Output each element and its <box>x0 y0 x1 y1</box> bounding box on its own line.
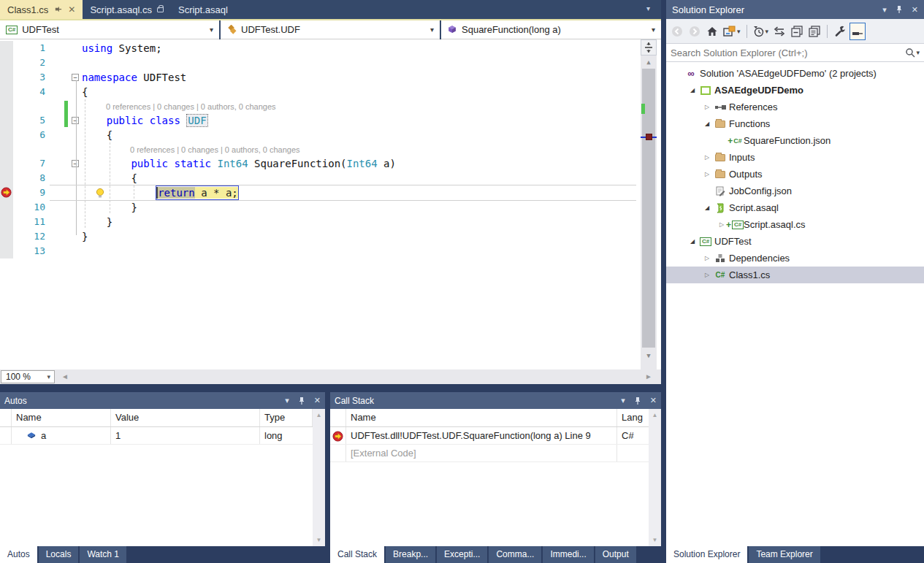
breakpoint-margin[interactable] <box>0 229 13 244</box>
breakpoint-margin[interactable] <box>0 41 13 55</box>
member-dropdown[interactable]: SquareFunction(long a) ▾ <box>441 20 661 39</box>
breakpoint-margin[interactable] <box>0 99 13 113</box>
tree-item-script-asaql[interactable]: ◢Script.asaql <box>666 199 924 216</box>
close-icon[interactable]: ✕ <box>314 396 321 405</box>
tree-item-dependencies[interactable]: ▷Dependencies <box>666 250 924 267</box>
pin-icon[interactable] <box>634 397 641 405</box>
tool-tab-watch-1[interactable]: Watch 1 <box>80 546 126 563</box>
breakpoint-margin[interactable] <box>0 244 13 258</box>
expanded-arrow-icon[interactable]: ◢ <box>687 87 698 93</box>
window-position-icon[interactable]: ▾ <box>882 5 887 15</box>
scroll-down-icon[interactable]: ▼ <box>313 537 325 543</box>
outline-margin[interactable] <box>50 229 82 244</box>
outline-margin[interactable] <box>50 55 82 70</box>
codelens-indicator[interactable]: 0 references | 0 changes | 0 authors, 0 … <box>82 145 300 154</box>
home-button[interactable] <box>704 23 720 40</box>
callstack-frame[interactable]: UDFTest.dll!UDFTest.UDF.SquareFunction(l… <box>330 427 661 445</box>
tool-tab-team-explorer[interactable]: Team Explorer <box>749 546 820 563</box>
outline-margin[interactable]: − <box>50 113 82 128</box>
tree-item-references[interactable]: ▷References <box>666 99 924 115</box>
tool-tab-locals[interactable]: Locals <box>39 546 79 563</box>
expanded-arrow-icon[interactable]: ◢ <box>687 238 698 245</box>
autos-row[interactable]: a1long <box>0 427 325 445</box>
collapsed-arrow-icon[interactable]: ▷ <box>701 255 713 261</box>
tree-item-solution-asaedgeudfdemo-2-projects-[interactable]: ∞Solution 'ASAEdgeUDFDemo' (2 projects) <box>666 65 924 82</box>
collapse-region-toggle[interactable]: − <box>72 160 79 167</box>
outline-margin[interactable] <box>50 200 82 215</box>
preview-selected-items-toggle[interactable] <box>849 23 866 40</box>
close-icon[interactable]: ✕ <box>650 396 657 405</box>
expanded-arrow-icon[interactable]: ◢ <box>701 204 713 211</box>
column-header-value[interactable]: Value <box>111 409 260 426</box>
column-header-name[interactable]: Name <box>346 409 617 426</box>
pending-changes-filter-button[interactable]: ▾ <box>752 23 771 40</box>
outline-margin[interactable]: − <box>50 156 82 171</box>
collapse-all-button[interactable] <box>789 23 805 40</box>
tree-item-functions[interactable]: ◢Functions <box>666 115 924 132</box>
outline-margin[interactable] <box>50 142 82 156</box>
sync-with-active-document-button[interactable] <box>771 23 787 40</box>
tool-tab-autos[interactable]: Autos <box>0 546 37 563</box>
breakpoint-margin[interactable] <box>0 156 13 171</box>
breakpoint-margin[interactable] <box>0 185 13 200</box>
collapse-region-toggle[interactable]: − <box>72 117 79 124</box>
tool-tab-output[interactable]: Output <box>595 546 636 563</box>
breakpoint-margin[interactable] <box>0 55 13 70</box>
search-input[interactable] <box>671 47 905 58</box>
doc-tab-class1-cs[interactable]: Class1.cs✕ <box>0 0 83 19</box>
outline-margin[interactable]: − <box>50 70 82 85</box>
code-editor[interactable]: 1using System;23−namespace UDFTest4{0 re… <box>0 39 661 369</box>
tool-tab-solution-explorer[interactable]: Solution Explorer <box>666 546 747 563</box>
callstack-frame[interactable]: [External Code] <box>330 445 661 462</box>
tree-item-class1-cs[interactable]: ▷C#Class1.cs <box>666 267 924 283</box>
tree-item-udftest[interactable]: ◢C#UDFTest <box>666 233 924 250</box>
column-header-name[interactable]: Name <box>12 409 111 426</box>
autos-cell-value[interactable]: 1 <box>111 427 260 444</box>
scroll-left-icon[interactable]: ◄ <box>61 372 69 380</box>
expanded-arrow-icon[interactable]: ◢ <box>701 120 713 127</box>
outline-margin[interactable] <box>50 171 82 185</box>
pin-icon[interactable] <box>54 6 62 14</box>
breakpoint-margin[interactable] <box>0 142 13 156</box>
scroll-up-icon[interactable]: ▲ <box>649 412 661 418</box>
tool-tab-immedi-[interactable]: Immedi... <box>543 546 593 563</box>
window-position-icon[interactable]: ▾ <box>621 396 625 405</box>
search-icon[interactable] <box>905 47 915 58</box>
breakpoint-current-line-icon[interactable] <box>1 187 12 202</box>
scroll-down-icon[interactable]: ▼ <box>641 352 657 359</box>
tree-item-inputs[interactable]: ▷Inputs <box>666 149 924 166</box>
outline-margin[interactable] <box>50 215 82 229</box>
tree-item-asaedgeudfdemo[interactable]: ◢ASAEdgeUDFDemo <box>666 82 924 99</box>
split-editor-handle[interactable] <box>641 39 657 55</box>
doc-tab-script-asaql[interactable]: Script.asaql <box>171 0 235 19</box>
scroll-right-icon[interactable]: ► <box>645 372 652 380</box>
breakpoint-margin[interactable] <box>0 85 13 99</box>
doc-tab-script-asaql-cs[interactable]: Script.asaql.cs <box>83 0 171 19</box>
editor-zoom-dropdown[interactable]: 100 % ▾ <box>1 370 55 383</box>
outline-margin[interactable] <box>50 41 82 55</box>
outline-margin[interactable] <box>50 185 82 200</box>
breakpoint-margin[interactable] <box>0 215 13 229</box>
close-icon[interactable]: ✕ <box>68 4 75 15</box>
column-header-lang[interactable]: Lang <box>617 409 649 426</box>
breakpoint-margin[interactable] <box>0 128 13 142</box>
pin-icon[interactable] <box>896 5 903 14</box>
switch-views-button[interactable]: ▾ <box>722 23 742 40</box>
outline-margin[interactable] <box>50 244 82 258</box>
tool-tab-breakp-[interactable]: Breakp... <box>386 546 435 563</box>
scroll-up-icon[interactable]: ▲ <box>641 58 657 66</box>
show-all-files-button[interactable] <box>806 23 822 40</box>
column-header-type[interactable]: Type <box>260 409 313 426</box>
collapsed-arrow-icon[interactable]: ▷ <box>701 154 713 161</box>
tree-item-squarefunction-json[interactable]: +C#SquareFunction.json <box>666 132 924 149</box>
editor-vertical-scrollbar[interactable]: ▲ ▼ <box>641 39 657 369</box>
breakpoint-margin[interactable] <box>0 200 13 215</box>
scroll-up-icon[interactable]: ▲ <box>313 412 325 418</box>
tool-tab-excepti-[interactable]: Excepti... <box>437 546 487 563</box>
autos-scrollbar[interactable]: ▲ ▼ <box>313 409 325 546</box>
back-button[interactable] <box>669 23 685 40</box>
outline-margin[interactable] <box>50 128 82 142</box>
breakpoint-margin[interactable] <box>0 113 13 128</box>
outline-margin[interactable] <box>50 85 82 99</box>
forward-button[interactable] <box>687 23 703 40</box>
